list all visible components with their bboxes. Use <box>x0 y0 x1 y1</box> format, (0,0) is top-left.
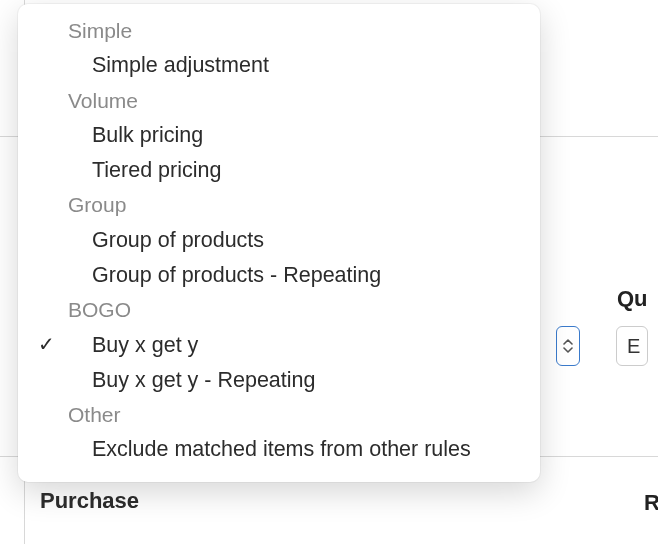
purchase-section: Purchase <box>40 488 658 514</box>
menu-item[interactable]: Tiered pricing <box>18 153 540 188</box>
quantity-label: Qu <box>617 286 648 312</box>
menu-group-label: Other <box>18 398 540 432</box>
quantity-unit-select[interactable]: E <box>616 326 648 366</box>
menu-group-label: BOGO <box>18 293 540 327</box>
menu-item-label: Group of products - Repeating <box>92 263 381 287</box>
menu-group-label: Volume <box>18 84 540 118</box>
menu-item[interactable]: Group of products - Repeating <box>18 258 540 293</box>
purchase-heading: Purchase <box>40 488 658 514</box>
select-stepper-icon <box>563 338 573 354</box>
quantity-unit-value: E <box>627 335 640 358</box>
rule-type-dropdown[interactable]: SimpleSimple adjustmentVolumeBulk pricin… <box>18 4 540 482</box>
rule-type-select[interactable] <box>556 326 580 366</box>
menu-item[interactable]: Exclude matched items from other rules <box>18 432 540 467</box>
menu-item-label: Bulk pricing <box>92 123 203 147</box>
menu-item-label: Buy x get y <box>92 333 198 357</box>
menu-item-label: Group of products <box>92 228 264 252</box>
menu-item[interactable]: Buy x get y - Repeating <box>18 363 540 398</box>
menu-item-label: Exclude matched items from other rules <box>92 437 471 461</box>
menu-group-label: Simple <box>18 14 540 48</box>
menu-item[interactable]: Simple adjustment <box>18 48 540 83</box>
menu-item-label: Buy x get y - Repeating <box>92 368 315 392</box>
checkmark-icon: ✓ <box>38 330 55 359</box>
menu-item[interactable]: ✓Buy x get y <box>18 328 540 363</box>
menu-item-label: Simple adjustment <box>92 53 269 77</box>
menu-item[interactable]: Bulk pricing <box>18 118 540 153</box>
menu-group-label: Group <box>18 188 540 222</box>
menu-item-label: Tiered pricing <box>92 158 221 182</box>
menu-item[interactable]: Group of products <box>18 223 540 258</box>
